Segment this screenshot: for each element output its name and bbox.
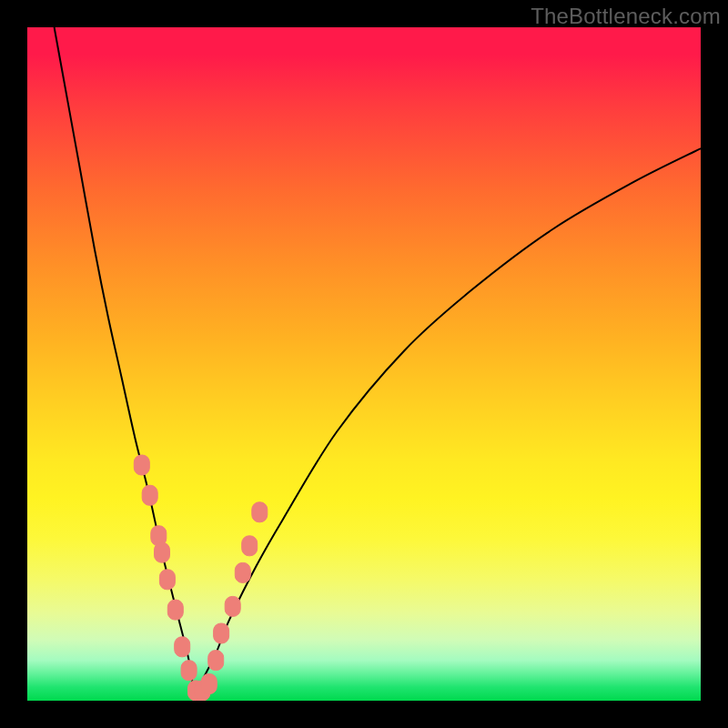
marker-point — [242, 536, 258, 556]
marker-group — [134, 455, 267, 701]
marker-point — [225, 596, 240, 616]
marker-point — [208, 651, 224, 671]
markers-layer — [27, 27, 701, 701]
marker-point — [134, 455, 149, 475]
marker-point — [201, 674, 217, 694]
marker-point — [142, 485, 157, 505]
watermark-text: TheBottleneck.com — [531, 4, 721, 29]
chart-stage: TheBottleneck.com — [0, 0, 728, 728]
plot-area — [27, 27, 701, 701]
marker-point — [175, 637, 190, 657]
marker-point — [214, 623, 229, 643]
marker-point — [181, 661, 197, 681]
marker-point — [252, 502, 268, 522]
marker-point — [235, 562, 250, 582]
marker-point — [167, 600, 183, 620]
marker-point — [155, 542, 170, 562]
marker-point — [159, 570, 175, 590]
